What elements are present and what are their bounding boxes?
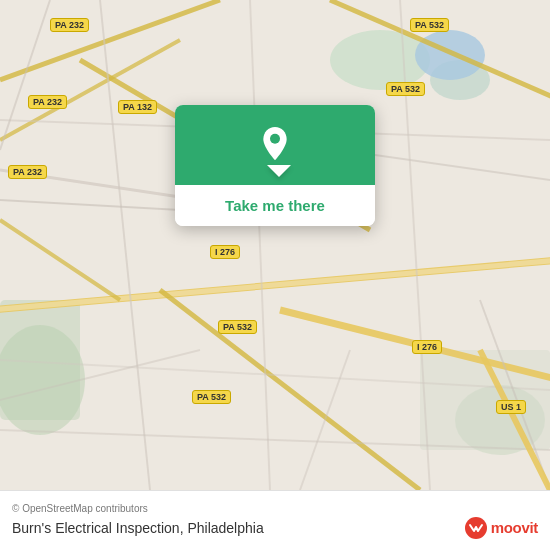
road-badge-pa532-top: PA 532 <box>410 18 449 32</box>
road-badge-pa132: PA 132 <box>118 100 157 114</box>
bottom-bar: © OpenStreetMap contributors Burn's Elec… <box>0 490 550 550</box>
road-badge-pa532-lower: PA 532 <box>218 320 257 334</box>
moovit-text: moovit <box>491 519 538 536</box>
take-me-there-button[interactable]: Take me there <box>175 185 375 226</box>
road-badge-i276-right: I 276 <box>412 340 442 354</box>
road-badge-pa232-mid: PA 232 <box>28 95 67 109</box>
road-badge-pa232-lower: PA 232 <box>8 165 47 179</box>
moovit-logo: moovit <box>465 517 538 539</box>
location-pin-icon <box>255 127 295 167</box>
copyright-text: © OpenStreetMap contributors <box>12 503 538 514</box>
location-name: Burn's Electrical Inspection, Philadelph… <box>12 520 264 536</box>
road-badge-i276-mid: I 276 <box>210 245 240 259</box>
road-badge-pa532-mid: PA 532 <box>386 82 425 96</box>
road-badge-us1: US 1 <box>496 400 526 414</box>
map-container: PA 232 PA 532 PA 232 PA 132 PA 532 PA 23… <box>0 0 550 490</box>
map-svg <box>0 0 550 490</box>
svg-point-7 <box>415 30 485 80</box>
road-badge-pa232-top: PA 232 <box>50 18 89 32</box>
road-badge-pa532-bottom: PA 532 <box>192 390 231 404</box>
moovit-icon <box>465 517 487 539</box>
bottom-info-row: Burn's Electrical Inspection, Philadelph… <box>12 517 538 539</box>
popup-caret <box>267 165 291 177</box>
svg-point-31 <box>270 134 280 144</box>
